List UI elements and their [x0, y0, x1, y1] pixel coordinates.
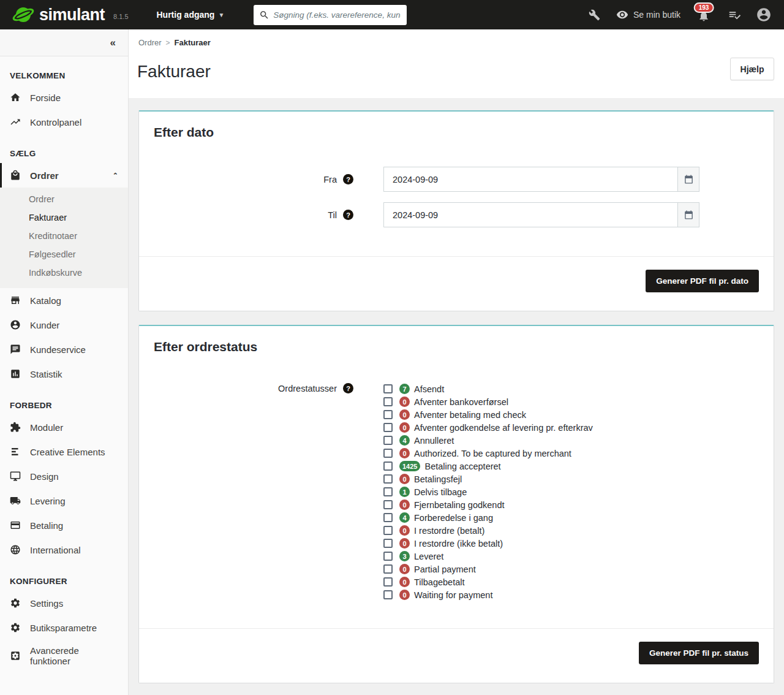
order-status-checkbox[interactable] — [383, 487, 393, 496]
sidebar-item-levering[interactable]: Levering — [0, 488, 128, 513]
sidebar-item-katalog[interactable]: Katalog — [0, 288, 128, 313]
order-status-option[interactable]: 4 Annulleret — [383, 434, 593, 447]
sidebar-collapse-button[interactable]: « — [110, 37, 116, 49]
order-status-option[interactable]: 0 Afventer bankoverførsel — [383, 395, 593, 408]
sidebar-item-kunder[interactable]: Kunder — [0, 313, 128, 337]
order-status-checkbox[interactable] — [383, 449, 393, 458]
order-status-option[interactable]: 0 I restordre (betalt) — [383, 524, 593, 537]
brand-planet-icon — [12, 4, 34, 26]
from-date-input[interactable] — [383, 167, 677, 192]
sidebar-item-settings[interactable]: Settings — [0, 591, 128, 615]
breadcrumb-parent[interactable]: Ordrer — [138, 38, 162, 47]
order-status-option[interactable]: 0 Waiting for payment — [383, 588, 593, 601]
generate-pdf-by-date-button[interactable]: Generer PDF fil pr. dato — [646, 270, 759, 292]
debug-wrench-button[interactable] — [580, 9, 609, 21]
account-menu-button[interactable] — [756, 7, 772, 23]
submenu-item-kreditnotaer[interactable]: Kreditnotaer — [0, 227, 128, 245]
order-status-checkbox[interactable] — [383, 397, 393, 406]
order-status-option[interactable]: 0 Afventer godkendelse af levering pr. e… — [383, 421, 593, 434]
by-date-title: Efter dato — [154, 125, 759, 140]
to-date-picker-button[interactable] — [677, 202, 699, 227]
from-label: Fra — [323, 175, 337, 184]
order-status-option[interactable]: 3 Leveret — [383, 550, 593, 563]
order-status-checkbox[interactable] — [383, 513, 393, 522]
order-status-checkbox[interactable] — [383, 539, 393, 548]
status-count-badge: 4 — [399, 435, 410, 446]
submenu-item-fakturaer[interactable]: Fakturaer — [0, 208, 128, 227]
monitor-icon — [10, 471, 21, 482]
order-status-option[interactable]: 1 Delvis tilbage — [383, 485, 593, 498]
gear-square-icon — [10, 650, 21, 661]
order-status-checkbox[interactable] — [383, 423, 393, 432]
sidebar-item-kontrolpanel[interactable]: Ordrer Kontrolpanel — [0, 110, 128, 134]
sidebar-item-ordrer[interactable]: Ordrer ⌃ — [0, 163, 128, 188]
order-status-checkbox[interactable] — [383, 564, 393, 574]
sidebar-item-forside[interactable]: Forside — [0, 85, 128, 110]
help-tooltip-icon[interactable]: ? — [343, 383, 353, 393]
gear-icon — [10, 598, 21, 609]
submenu-item-indkobskurve[interactable]: Indkøbskurve — [0, 264, 128, 282]
order-status-option[interactable]: 0 Authorized. To be captured by merchant — [383, 447, 593, 460]
by-date-footer: Generer PDF fil pr. dato — [139, 256, 774, 311]
quick-access-dropdown[interactable]: Hurtig adgang ▼ — [157, 10, 225, 20]
help-button[interactable]: Hjælp — [730, 58, 774, 80]
shopping-bag-icon — [10, 170, 21, 181]
order-status-option[interactable]: 7 Afsendt — [383, 382, 593, 395]
sidebar-item-creative-elements[interactable]: Creative Elements — [0, 439, 128, 464]
sidebar-item-kundeservice[interactable]: Kundeservice — [0, 337, 128, 362]
order-status-checkbox[interactable] — [383, 500, 393, 509]
order-status-checkbox[interactable] — [383, 577, 393, 587]
order-status-checkbox[interactable] — [383, 552, 393, 561]
submenu-label: Kreditnotaer — [29, 231, 77, 241]
view-shop-link[interactable]: Se min butik — [609, 9, 688, 21]
order-status-checkbox[interactable] — [383, 461, 393, 471]
store-icon — [10, 295, 21, 306]
sidebar-item-international[interactable]: International — [0, 537, 128, 562]
order-status-option[interactable]: 0 Tilbagebetalt — [383, 575, 593, 588]
sidebar-item-label: Design — [30, 471, 59, 482]
from-date-picker-button[interactable] — [677, 167, 699, 192]
submenu-item-folgesedler[interactable]: Følgesedler — [0, 245, 128, 264]
order-status-option[interactable]: 4 Forberedelse i gang — [383, 511, 593, 524]
sidebar-item-label: International — [30, 545, 81, 555]
status-label: Delvis tilbage — [414, 487, 467, 497]
sidebar-item-betaling[interactable]: Betaling — [0, 513, 128, 537]
order-status-option[interactable]: 1425 Betaling accepteret — [383, 460, 593, 473]
order-status-checkbox[interactable] — [383, 410, 393, 419]
order-status-checkbox[interactable] — [383, 384, 393, 393]
orders-list-button[interactable] — [720, 9, 750, 21]
status-count-badge: 0 — [399, 499, 410, 510]
sidebar-item-butiksparametre[interactable]: Butiksparametre — [0, 615, 128, 640]
search-input[interactable] — [254, 5, 407, 25]
help-tooltip-icon[interactable]: ? — [343, 210, 353, 220]
order-status-checkbox[interactable] — [383, 436, 393, 445]
status-count-badge: 1425 — [399, 461, 420, 471]
order-status-option[interactable]: 0 Partial payment — [383, 563, 593, 575]
order-status-option[interactable]: 0 Fjernbetaling godkendt — [383, 498, 593, 511]
help-tooltip-icon[interactable]: ? — [343, 174, 353, 184]
order-status-option[interactable]: 0 Betalingsfejl — [383, 473, 593, 485]
order-status-option[interactable]: 0 Afventer betaling med check — [383, 408, 593, 421]
status-label: Afventer godkendelse af levering pr. eft… — [414, 423, 593, 433]
sidebar-item-statistik[interactable]: Statistik — [0, 362, 128, 386]
order-status-checkbox[interactable] — [383, 526, 393, 535]
list-check-icon — [728, 9, 741, 21]
brand-logo[interactable]: simulant 8.1.5 — [12, 4, 129, 26]
generate-pdf-by-status-button[interactable]: Generer PDF fil pr. status — [639, 642, 759, 664]
order-status-checkbox[interactable] — [383, 474, 393, 484]
topbar: simulant 8.1.5 Hurtig adgang ▼ Se min bu… — [0, 0, 784, 29]
from-date-row: Fra ? — [139, 167, 774, 192]
sidebar-item-design[interactable]: Design — [0, 464, 128, 488]
sidebar-item-avancerede-funktioner[interactable]: Avancerede funktioner — [0, 640, 128, 672]
status-count-badge: 0 — [399, 397, 410, 407]
submenu-item-ordrer[interactable]: Ordrer — [0, 190, 128, 208]
sidebar-item-moduler[interactable]: Moduler — [0, 415, 128, 439]
status-count-badge: 0 — [399, 577, 410, 587]
order-status-checkbox[interactable] — [383, 590, 393, 599]
order-status-option[interactable]: 0 I restordre (ikke betalt) — [383, 537, 593, 550]
status-count-badge: 3 — [399, 551, 410, 561]
notifications-button[interactable]: 193 — [688, 10, 720, 22]
to-date-input[interactable] — [383, 202, 677, 227]
calendar-icon — [684, 210, 694, 220]
status-count-badge: 0 — [399, 525, 410, 536]
